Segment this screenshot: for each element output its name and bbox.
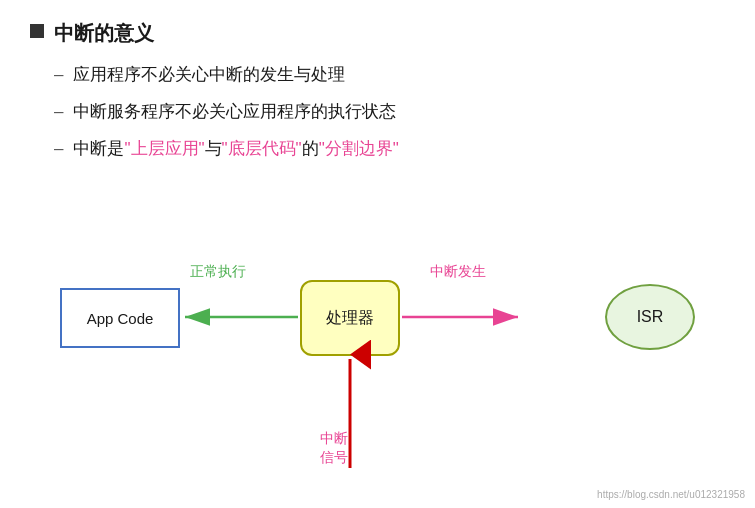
- sub-item-2-text: 中断服务程序不必关心应用程序的执行状态: [73, 100, 396, 123]
- signal-text: 中断信号: [320, 430, 348, 466]
- sub-items: – 应用程序不必关心中断的发生与处理 – 中断服务程序不必关心应用程序的执行状态…: [54, 63, 725, 160]
- appcode-label: App Code: [87, 310, 154, 327]
- sub-item-3-part1: "上层应用": [124, 137, 204, 160]
- processor-label: 处理器: [326, 308, 374, 329]
- sub-item-3-mid1: 与: [205, 137, 222, 160]
- sub-item-3: – 中断是 "上层应用" 与 "底层代码" 的 "分割边界": [54, 137, 725, 160]
- diagram: App Code 处理器 ISR 正常执行 中断发生 中断信号: [30, 258, 725, 478]
- sub-item-3-mid2: 的: [302, 137, 319, 160]
- sub-item-2: – 中断服务程序不必关心应用程序的执行状态: [54, 100, 725, 123]
- bullet-section: 中断的意义: [30, 20, 725, 47]
- sub-item-1: – 应用程序不必关心中断的发生与处理: [54, 63, 725, 86]
- bullet-icon: [30, 24, 44, 38]
- signal-label: 中断信号: [320, 429, 348, 468]
- interrupt-label: 中断发生: [430, 263, 486, 281]
- watermark: https://blog.csdn.net/u012321958: [597, 489, 745, 500]
- slide: 中断的意义 – 应用程序不必关心中断的发生与处理 – 中断服务程序不必关心应用程…: [0, 0, 755, 508]
- dash-2: –: [54, 102, 63, 122]
- sub-item-3-part2: "底层代码": [222, 137, 302, 160]
- dash-3: –: [54, 139, 63, 159]
- processor-box: 处理器: [300, 280, 400, 356]
- appcode-box: App Code: [60, 288, 180, 348]
- sub-item-3-part3: "分割边界": [319, 137, 399, 160]
- sub-item-3-prefix: 中断是: [73, 137, 124, 160]
- isr-ellipse: ISR: [605, 284, 695, 350]
- main-title: 中断的意义: [54, 20, 154, 47]
- dash-1: –: [54, 65, 63, 85]
- normal-execution-label: 正常执行: [190, 263, 246, 281]
- sub-item-1-text: 应用程序不必关心中断的发生与处理: [73, 63, 345, 86]
- isr-label: ISR: [637, 308, 664, 326]
